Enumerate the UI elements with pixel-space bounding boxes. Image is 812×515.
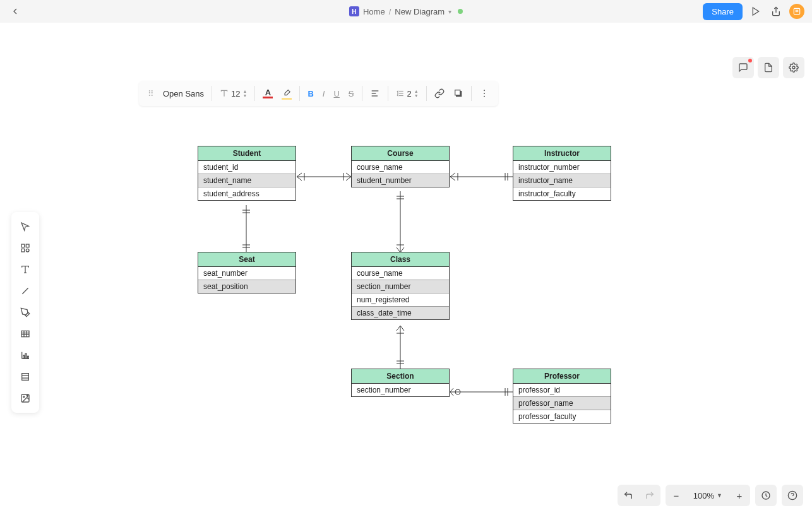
tool-chart[interactable]	[11, 345, 39, 366]
line-height-input[interactable]: 2 ▲▼	[392, 84, 422, 103]
tool-select[interactable]	[11, 216, 39, 237]
svg-line-47	[346, 177, 351, 181]
pages-icon	[763, 62, 773, 73]
entity-row[interactable]: instructor_name	[513, 174, 611, 187]
svg-line-67	[397, 326, 400, 331]
comments-button[interactable]	[732, 57, 754, 78]
undo-button[interactable]	[618, 485, 639, 506]
entity-seat[interactable]: Seat seat_number seat_position	[198, 252, 296, 293]
zoom-level[interactable]: 100% ▼	[687, 485, 729, 506]
svg-rect-20	[21, 249, 25, 252]
entity-row[interactable]: instructor_number	[513, 161, 611, 174]
entity-row[interactable]: student_address	[198, 187, 296, 200]
entity-header: Professor	[513, 369, 611, 384]
svg-point-5	[792, 66, 795, 69]
tool-line[interactable]	[11, 280, 39, 302]
font-family-select[interactable]: Open Sans	[159, 84, 208, 103]
entity-row[interactable]: course_name	[352, 161, 449, 174]
share-button[interactable]: Share	[703, 3, 743, 20]
underline-button[interactable]: U	[330, 84, 343, 103]
entity-professor[interactable]: Professor professor_id professor_name pr…	[513, 369, 611, 423]
entity-row[interactable]: student_id	[198, 161, 296, 174]
back-button[interactable]	[8, 4, 23, 19]
play-button[interactable]	[749, 4, 763, 18]
italic-button[interactable]: I	[319, 84, 329, 103]
separator	[299, 86, 300, 101]
entity-row[interactable]: professor_name	[513, 397, 611, 410]
entity-course[interactable]: Course course_name student_number	[351, 146, 450, 187]
tool-frame[interactable]	[11, 366, 39, 388]
entity-row[interactable]: student_number	[352, 174, 449, 187]
link-button[interactable]	[431, 84, 448, 103]
redo-button[interactable]	[639, 485, 660, 506]
svg-rect-14	[455, 90, 460, 95]
entity-row[interactable]: seat_position	[198, 280, 296, 293]
font-size-input[interactable]: 12 ▲▼	[216, 84, 251, 103]
svg-line-50	[450, 173, 455, 177]
zoom-in-button[interactable]: +	[729, 485, 750, 506]
entity-row[interactable]: seat_number	[198, 267, 296, 280]
entity-row[interactable]: professor_id	[513, 384, 611, 397]
tool-image[interactable]	[11, 388, 39, 409]
svg-rect-25	[21, 331, 29, 336]
entity-header: Instructor	[513, 146, 611, 161]
export-icon	[771, 6, 781, 16]
entity-instructor[interactable]: Instructor instructor_number instructor_…	[513, 146, 611, 201]
entity-header: Course	[352, 146, 449, 161]
text-size-icon	[220, 89, 229, 98]
zoom-out-button[interactable]: −	[666, 485, 687, 506]
line-height-value: 2	[407, 89, 412, 98]
chevron-left-icon	[10, 6, 20, 16]
settings-button[interactable]	[783, 57, 804, 78]
entity-header: Student	[198, 146, 296, 161]
font-size-spinner[interactable]: ▲▼	[243, 89, 248, 98]
text-color-letter: A	[265, 88, 271, 97]
entity-class[interactable]: Class course_name section_number num_reg…	[351, 252, 450, 320]
pages-button[interactable]	[758, 57, 779, 78]
bold-button[interactable]: B	[304, 84, 317, 103]
svg-marker-0	[753, 8, 758, 15]
toolbox	[11, 212, 39, 413]
breadcrumb-doc[interactable]: New Diagram	[395, 7, 445, 16]
svg-line-51	[450, 177, 455, 181]
more-button[interactable]	[475, 84, 493, 103]
entity-student[interactable]: Student student_id student_name student_…	[198, 146, 296, 201]
entity-section[interactable]: Section section_number	[351, 369, 450, 397]
separator	[426, 86, 427, 101]
more-vertical-icon	[479, 88, 489, 98]
separator	[254, 86, 255, 101]
help-button[interactable]	[782, 485, 803, 506]
strikethrough-button[interactable]: S	[345, 84, 358, 103]
tool-table[interactable]	[11, 323, 39, 345]
line-height-spinner[interactable]: ▲▼	[414, 89, 419, 98]
entity-row[interactable]: instructor_faculty	[513, 187, 611, 200]
tool-pen[interactable]	[11, 302, 39, 323]
svg-rect-34	[27, 356, 28, 358]
breadcrumb-home[interactable]: Home	[363, 7, 385, 16]
avatar[interactable]	[789, 4, 804, 19]
tool-shapes[interactable]	[11, 237, 39, 259]
text-color-button[interactable]: A	[259, 84, 277, 103]
align-button[interactable]	[366, 84, 384, 103]
canvas[interactable]: ⠿ Open Sans 12 ▲▼ A B I U S 2 ▲▼	[0, 23, 812, 515]
highlight-button[interactable]	[278, 84, 296, 103]
entity-header: Class	[352, 252, 449, 267]
chevron-down-icon[interactable]: ▾	[448, 8, 451, 15]
entity-row[interactable]: num_registered	[352, 293, 449, 307]
breadcrumb-separator: /	[389, 7, 391, 16]
entity-row[interactable]: section_number	[352, 384, 449, 396]
entity-row[interactable]: section_number	[352, 280, 449, 293]
pen-icon	[20, 307, 30, 317]
topbar: H Home / New Diagram ▾ Share	[0, 0, 812, 23]
layers-button[interactable]	[450, 84, 467, 103]
entity-row[interactable]: course_name	[352, 267, 449, 280]
tool-text[interactable]	[11, 259, 39, 280]
history-button[interactable]	[755, 485, 777, 506]
entity-row[interactable]: professor_faculty	[513, 410, 611, 423]
export-button[interactable]	[769, 4, 783, 18]
entity-row[interactable]: class_date_time	[352, 307, 449, 319]
help-icon	[787, 490, 797, 500]
toolbar-drag-handle[interactable]: ⠿	[144, 84, 158, 103]
entity-row[interactable]: student_name	[198, 174, 296, 187]
text-color-bar	[263, 97, 273, 98]
